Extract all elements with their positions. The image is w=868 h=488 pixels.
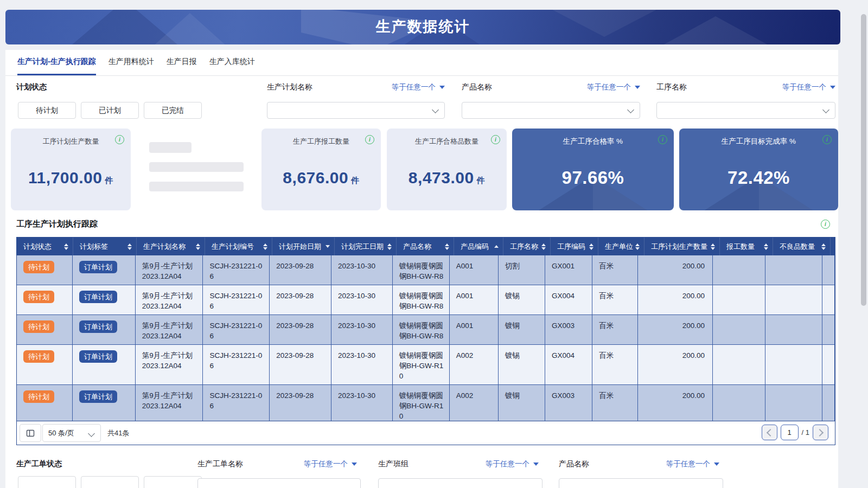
column-settings-button[interactable] <box>20 424 41 442</box>
column-header-9[interactable]: 工序编码 <box>551 237 598 255</box>
sort-icon[interactable] <box>494 245 499 248</box>
tab-1[interactable]: 生产用料统计 <box>108 57 154 75</box>
table-row[interactable]: 待计划订单计划第9月-生产计划 2023.12A04SCJH-231221-06… <box>17 285 835 315</box>
cell-status: 待计划 <box>17 285 73 314</box>
workorder-status-button-1[interactable] <box>18 476 76 488</box>
chevron-down-icon <box>822 106 829 113</box>
cell-tag: 订单计划 <box>73 345 136 384</box>
kpi-value-unit: 件 <box>477 176 486 185</box>
tag-badge: 订单计划 <box>79 291 117 303</box>
column-header-1[interactable]: 计划标签 <box>73 237 137 255</box>
filter-select-2[interactable] <box>656 102 835 119</box>
table-row[interactable]: 待计划订单计划第9月-生产计划 2023.12A04SCJH-231221-06… <box>17 385 835 421</box>
cell-defect_qty <box>765 345 822 384</box>
sort-icon[interactable] <box>127 243 132 250</box>
sort-icon[interactable] <box>635 243 640 250</box>
page-total-label: / 1 <box>802 428 809 436</box>
sort-icon[interactable] <box>764 243 768 250</box>
column-header-6[interactable]: 产品名称 <box>397 237 454 255</box>
filter-label-2: 工序名称 <box>656 82 687 92</box>
cell-extra <box>822 255 835 285</box>
bottom-filter-input-0[interactable] <box>197 478 361 488</box>
table-section-title: 工序生产计划执行跟踪 <box>16 219 98 229</box>
tab-2[interactable]: 生产日报 <box>167 57 197 75</box>
column-header-13[interactable]: 不良品数量 <box>773 237 831 255</box>
filter-operator-2[interactable]: 等于任意一个 <box>782 82 835 92</box>
column-header-12[interactable]: 报工数量 <box>720 237 773 255</box>
column-header-5[interactable]: 计划完工日期 <box>335 237 397 255</box>
filter-operator-1[interactable]: 等于任意一个 <box>587 82 640 92</box>
filter-operator-0[interactable]: 等于任意一个 <box>392 82 445 92</box>
kpi-card-value: 8,473.00件 <box>387 169 507 187</box>
sort-icon[interactable] <box>541 243 546 250</box>
table-row[interactable]: 待计划订单计划第9月-生产计划 2023.12A04SCJH-231221-06… <box>17 345 835 385</box>
table-row[interactable]: 待计划订单计划第9月-生产计划 2023.12A04SCJH-231221-06… <box>17 315 835 345</box>
chevron-down-icon <box>88 430 95 437</box>
bottom-filter-operator-2[interactable]: 等于任意一个 <box>666 459 719 469</box>
bottom-filter-input-2[interactable] <box>559 478 723 488</box>
plan-status-label: 计划状态 <box>16 82 47 92</box>
column-header-11[interactable]: 工序计划生产数量 <box>644 237 720 255</box>
info-icon[interactable] <box>821 220 830 229</box>
sort-icon[interactable] <box>326 245 330 248</box>
plan-status-button-2[interactable]: 已完结 <box>144 102 202 119</box>
prev-page-button[interactable] <box>762 425 777 440</box>
info-icon[interactable] <box>822 135 832 144</box>
cell-process: 切割 <box>499 255 545 285</box>
plan-status-button-1[interactable]: 已计划 <box>81 102 139 119</box>
sort-icon[interactable] <box>711 243 715 250</box>
workorder-status-button-3[interactable] <box>144 476 202 488</box>
cell-unit: 百米 <box>592 385 638 421</box>
info-icon[interactable] <box>491 135 500 144</box>
filter-select-1[interactable] <box>462 102 640 119</box>
column-header-2[interactable]: 生产计划名称 <box>137 237 205 255</box>
tab-3[interactable]: 生产入库统计 <box>209 57 255 75</box>
filter-select-0[interactable] <box>267 102 445 119</box>
bottom-filter-input-1[interactable] <box>378 478 542 488</box>
page-size-select[interactable]: 50 条/页 <box>42 424 101 442</box>
sort-icon[interactable] <box>263 243 267 250</box>
info-icon[interactable] <box>365 135 374 144</box>
page-number-input[interactable] <box>781 425 799 440</box>
cell-defect_qty <box>765 315 822 344</box>
cell-report_qty <box>713 255 765 285</box>
bottom-filter-operator-1[interactable]: 等于任意一个 <box>486 459 539 469</box>
sort-icon[interactable] <box>821 243 826 250</box>
sort-icon[interactable] <box>589 243 593 250</box>
kpi-card-value: 97.66% <box>512 168 674 188</box>
next-page-button[interactable] <box>813 425 828 440</box>
sort-down-icon <box>635 247 640 250</box>
scrollbar[interactable] <box>861 14 866 306</box>
column-header-0[interactable]: 计划状态 <box>17 237 73 255</box>
sort-icon[interactable] <box>64 243 68 250</box>
column-label: 计划标签 <box>80 242 108 252</box>
column-header-10[interactable]: 生产单位 <box>598 237 644 255</box>
workorder-status-button-2[interactable] <box>81 476 139 488</box>
table-row[interactable]: 待计划订单计划第9月-生产计划 2023.12A04SCJH-231221-06… <box>17 255 835 285</box>
sort-icon[interactable] <box>196 243 200 250</box>
info-icon[interactable] <box>658 135 667 144</box>
filter-group-2: 工序名称等于任意一个 <box>656 50 835 120</box>
filter-group-1: 产品名称等于任意一个 <box>462 50 640 120</box>
tab-0[interactable]: 生产计划-生产执行跟踪 <box>17 57 96 75</box>
sort-icon[interactable] <box>445 243 449 250</box>
chevron-right-icon <box>816 428 824 436</box>
cell-process: 镀锡 <box>499 345 545 384</box>
kpi-value-unit: 件 <box>105 176 113 185</box>
kpi-row: 工序计划生产数量11,700.00件生产工序报工数量8,676.00件生产工序合… <box>5 129 838 210</box>
column-header-7[interactable]: 产品编码 <box>454 237 503 255</box>
chevron-down-icon <box>432 106 439 113</box>
column-header-4[interactable]: 计划开始日期 <box>272 237 335 255</box>
sort-icon[interactable] <box>387 243 392 250</box>
cell-plan_no: SCJH-231221-06 <box>203 255 270 285</box>
cell-process: 镀锡 <box>499 285 545 314</box>
column-header-3[interactable]: 生产计划编号 <box>205 237 272 255</box>
bottom-filter-operator-0[interactable]: 等于任意一个 <box>304 459 357 469</box>
sort-down-icon <box>263 247 267 250</box>
column-label: 生产计划名称 <box>143 242 186 252</box>
cell-product_code: A001 <box>450 315 499 344</box>
cell-plan_name: 第9月-生产计划 2023.12A04 <box>136 285 203 314</box>
column-header-8[interactable]: 工序名称 <box>503 237 551 255</box>
plan-status-button-0[interactable]: 待计划 <box>18 102 76 119</box>
info-icon[interactable] <box>115 135 124 144</box>
